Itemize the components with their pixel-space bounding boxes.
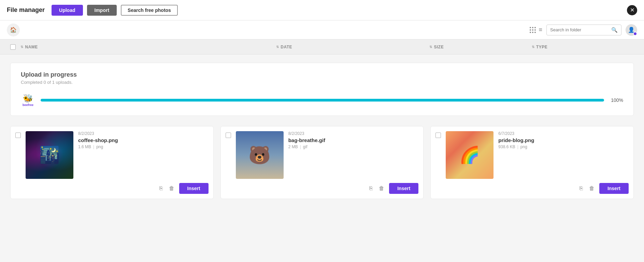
file-info-1: 8/2/2023 bag-breathe.gif 2 MB | gif — [288, 131, 419, 149]
edit-icon-1: ⎘ — [369, 185, 373, 191]
meta-sep-2: | — [517, 144, 518, 149]
file-name-1: bag-breathe.gif — [288, 137, 419, 143]
file-date-1: 8/2/2023 — [288, 131, 419, 136]
file-type-2: png — [520, 144, 527, 149]
file-name-0: coffee-shop.png — [78, 137, 209, 143]
upload-button[interactable]: Upload — [52, 5, 83, 16]
toolbar: 🏠 ≡ 🔍 👤 — [0, 20, 644, 40]
sort-name-icon: ⇅ — [20, 45, 24, 49]
file-meta-2: 938.6 KB | png — [498, 144, 629, 149]
file-checkbox-0[interactable] — [15, 133, 21, 138]
progress-bar-fill — [41, 99, 604, 102]
checkbox-box[interactable] — [10, 44, 16, 50]
search-icon[interactable]: 🔍 — [611, 27, 618, 33]
file-name-2: pride-blog.png — [498, 137, 629, 143]
file-checkbox-2[interactable] — [435, 133, 441, 138]
file-thumbnail-0 — [26, 131, 73, 179]
import-button[interactable]: Import — [87, 5, 117, 16]
trash-icon-1: 🗑 — [379, 185, 384, 191]
col-size-header[interactable]: ⇅ SIZE — [429, 45, 532, 49]
edit-icon-0: ⎘ — [159, 185, 163, 191]
file-meta-0: 1.6 MB | png — [78, 144, 209, 149]
progress-percentage: 100% — [610, 97, 623, 103]
file-size-0: 1.6 MB — [78, 144, 91, 149]
home-icon: 🏠 — [10, 27, 17, 33]
file-card: 6/7/2023 pride-blog.png 938.6 KB | png ⎘… — [430, 126, 634, 199]
file-size-1: 2 MB — [288, 144, 298, 149]
delete-button-2[interactable]: 🗑 — [588, 184, 596, 193]
file-thumbnail-1 — [236, 131, 284, 179]
user-badge — [633, 32, 637, 36]
app-header: File manager Upload Import Search free p… — [0, 0, 644, 20]
trash-icon-0: 🗑 — [169, 185, 174, 191]
delete-button-0[interactable]: 🗑 — [168, 184, 176, 193]
file-card-top: 6/7/2023 pride-blog.png 938.6 KB | png — [431, 126, 633, 179]
sort-type-icon: ⇅ — [532, 45, 535, 49]
trash-icon-2: 🗑 — [589, 185, 595, 191]
edit-icon-2: ⎘ — [579, 185, 583, 191]
file-card-top: 8/2/2023 coffee-shop.png 1.6 MB | png — [11, 126, 213, 179]
grid-view-icon — [530, 27, 536, 33]
list-view-icon: ≡ — [539, 26, 542, 33]
upload-progress-subtitle: Completed 0 of 1 uploads. — [21, 80, 623, 85]
coffee-shop-image — [26, 131, 73, 179]
file-card-actions-2: ⎘ 🗑 Insert — [431, 179, 633, 199]
sort-date-icon: ⇅ — [276, 45, 279, 49]
col-type-header[interactable]: ⇅ TYPE — [532, 45, 634, 49]
beefree-logo: 🐝 beefree — [23, 94, 33, 107]
upload-file-icon: 🐝 beefree — [21, 93, 35, 107]
file-type-1: gif — [303, 144, 307, 149]
file-date-0: 8/2/2023 — [78, 131, 209, 136]
grid-view-button[interactable] — [530, 27, 536, 33]
edit-button-0[interactable]: ⎘ — [158, 184, 164, 193]
beefree-label: beefree — [23, 103, 33, 107]
sort-size-icon: ⇅ — [429, 45, 432, 49]
user-avatar[interactable]: 👤 — [626, 24, 637, 36]
file-card: 8/2/2023 bag-breathe.gif 2 MB | gif ⎘ 🗑 … — [220, 126, 424, 199]
insert-button-0[interactable]: Insert — [179, 183, 209, 194]
file-thumbnail-2 — [446, 131, 493, 179]
file-date-2: 6/7/2023 — [498, 131, 629, 136]
insert-button-2[interactable]: Insert — [599, 183, 629, 194]
file-card-top: 8/2/2023 bag-breathe.gif 2 MB | gif — [221, 126, 424, 179]
search-box: 🔍 — [546, 25, 621, 35]
upload-progress-title: Upload in progress — [21, 71, 623, 78]
pride-blog-image — [446, 131, 493, 179]
col-date-header[interactable]: ⇅ DATE — [276, 45, 429, 49]
select-all-checkbox[interactable] — [10, 44, 20, 50]
file-card: 8/2/2023 coffee-shop.png 1.6 MB | png ⎘ … — [10, 126, 214, 199]
column-headers: ⇅ NAME ⇅ DATE ⇅ SIZE ⇅ TYPE — [0, 40, 644, 55]
file-checkbox-1[interactable] — [226, 133, 231, 138]
delete-button-1[interactable]: 🗑 — [377, 184, 386, 193]
meta-sep-1: | — [300, 144, 301, 149]
upload-item: 🐝 beefree 100% — [21, 93, 623, 107]
col-name-header[interactable]: ⇅ NAME — [20, 45, 276, 49]
home-button[interactable]: 🏠 — [7, 24, 20, 36]
file-type-0: png — [96, 144, 103, 149]
search-input[interactable] — [550, 27, 611, 32]
file-card-actions-0: ⎘ 🗑 Insert — [11, 179, 213, 199]
file-meta-1: 2 MB | gif — [288, 144, 419, 149]
edit-button-1[interactable]: ⎘ — [368, 184, 374, 193]
upload-progress-card: Upload in progress Completed 0 of 1 uplo… — [10, 63, 634, 116]
progress-bar-container — [41, 99, 604, 102]
bag-breathe-image — [236, 131, 284, 179]
file-card-actions-1: ⎘ 🗑 Insert — [221, 179, 424, 199]
close-button[interactable]: ✕ — [627, 5, 637, 15]
app-title: File manager — [7, 6, 45, 14]
file-grid: 8/2/2023 coffee-shop.png 1.6 MB | png ⎘ … — [10, 126, 634, 199]
file-size-2: 938.6 KB — [498, 144, 515, 149]
search-free-photos-button[interactable]: Search free photos — [121, 5, 178, 16]
main-content: Upload in progress Completed 0 of 1 uplo… — [0, 55, 644, 262]
file-info-2: 6/7/2023 pride-blog.png 938.6 KB | png — [498, 131, 629, 149]
edit-button-2[interactable]: ⎘ — [578, 184, 584, 193]
view-toggle: ≡ — [530, 26, 542, 33]
list-view-button[interactable]: ≡ — [539, 26, 542, 33]
meta-sep-0: | — [93, 144, 94, 149]
bee-emoji: 🐝 — [23, 94, 33, 103]
insert-button-1[interactable]: Insert — [389, 183, 418, 194]
file-info-0: 8/2/2023 coffee-shop.png 1.6 MB | png — [78, 131, 209, 149]
